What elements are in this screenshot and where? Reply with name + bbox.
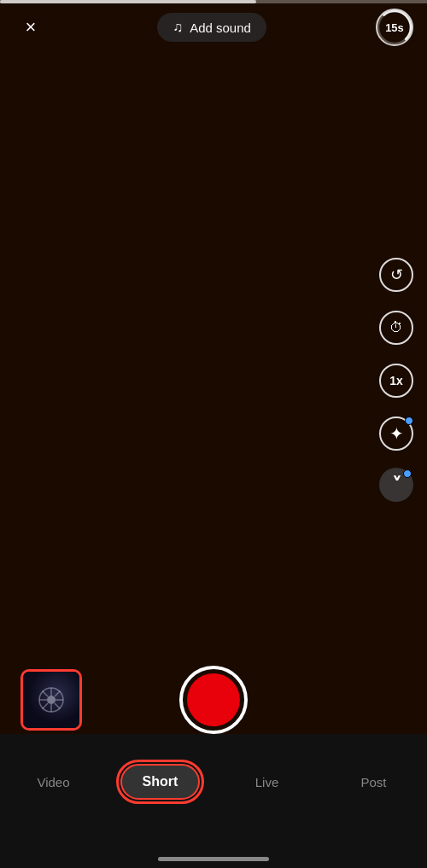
short-tab-wrapper: Short xyxy=(107,760,214,804)
tab-short[interactable]: Short xyxy=(107,751,214,813)
camera-controls xyxy=(0,666,427,734)
right-controls: ↺ ⏱ 1x ✦ ˅ xyxy=(377,256,415,502)
gallery-inner xyxy=(23,672,79,728)
effects-button[interactable]: ✦ xyxy=(377,415,415,452)
flip-icon-circle: ↺ xyxy=(379,258,413,292)
timer-button[interactable]: ⏱ xyxy=(377,309,415,347)
record-button-inner xyxy=(187,673,240,726)
gallery-thumbnail[interactable] xyxy=(20,669,82,731)
timer-icon-circle: ⏱ xyxy=(379,311,413,345)
close-button[interactable]: × xyxy=(14,10,48,44)
more-options-button[interactable]: ˅ xyxy=(379,468,413,502)
progress-bar-fill xyxy=(0,0,256,3)
effects-dot-indicator xyxy=(405,417,413,425)
flip-icon: ↺ xyxy=(390,265,403,284)
svg-line-9 xyxy=(55,703,61,709)
flip-camera-button[interactable]: ↺ xyxy=(377,256,415,294)
svg-point-3 xyxy=(47,696,56,704)
svg-line-11 xyxy=(43,703,49,709)
speed-label: 1x xyxy=(389,374,403,387)
more-options-dot-indicator xyxy=(403,469,412,478)
aperture-svg-icon xyxy=(36,684,67,715)
camera-viewfinder xyxy=(0,0,427,734)
music-icon: ♫ xyxy=(173,20,183,35)
tab-post[interactable]: Post xyxy=(320,766,427,798)
short-tab-pill: Short xyxy=(120,764,201,800)
chevron-icon: ˅ xyxy=(392,476,401,495)
bottom-navigation: Video Short Live Post xyxy=(0,734,427,868)
progress-bar xyxy=(0,0,427,3)
tab-post-label: Post xyxy=(360,775,386,789)
speed-icon-circle: 1x xyxy=(379,364,413,398)
tab-live[interactable]: Live xyxy=(214,766,320,798)
speed-button[interactable]: 1x xyxy=(377,362,415,399)
effects-icon: ✦ xyxy=(389,423,404,444)
add-sound-label: Add sound xyxy=(190,20,251,35)
duration-button[interactable]: 15s xyxy=(376,9,413,46)
header: × ♫ Add sound 15s xyxy=(0,9,427,46)
close-icon: × xyxy=(26,18,37,37)
tab-video-label: Video xyxy=(37,775,69,789)
nav-tabs: Video Short Live Post xyxy=(0,734,427,813)
record-button[interactable] xyxy=(179,666,248,734)
add-sound-button[interactable]: ♫ Add sound xyxy=(157,13,266,42)
home-indicator xyxy=(158,857,269,861)
tab-live-label: Live xyxy=(255,775,279,789)
svg-line-10 xyxy=(55,691,61,697)
svg-line-8 xyxy=(43,691,49,697)
short-tab-outline: Short xyxy=(116,760,205,804)
tab-short-label: Short xyxy=(143,774,178,789)
duration-label: 15s xyxy=(385,21,404,34)
timer-icon: ⏱ xyxy=(389,320,403,335)
tab-video[interactable]: Video xyxy=(0,766,107,798)
